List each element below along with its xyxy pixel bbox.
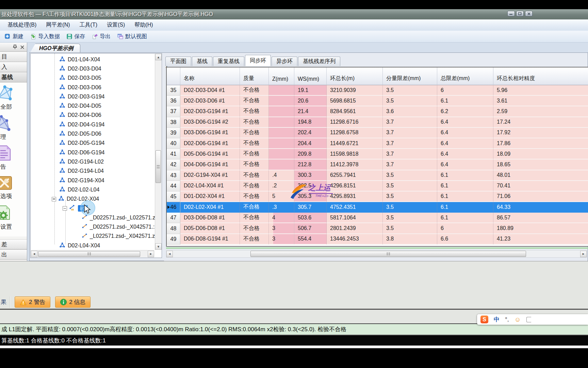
tree-item-D02-D06-G194[interactable]: D02-D06-G194 [31, 148, 154, 157]
column-header-rownum[interactable] [167, 67, 180, 85]
column-header-总限差(mm)[interactable]: 总限差(mm) [437, 67, 493, 85]
maximize-button[interactable] [516, 11, 524, 16]
table-horizontal-scrollbar[interactable]: ◄ ► [166, 250, 587, 258]
toolbar-button-新建[interactable]: 新建 [1, 31, 27, 42]
menu-item-基线处理B[interactable]: 基线处理(B) [3, 19, 41, 31]
dock-section-差[interactable]: 差 [0, 239, 27, 249]
column-header-WS(mm)[interactable]: WS(mm) [294, 67, 327, 85]
tree-item-D01-L04-X04[interactable]: D01-L04-X04 [31, 55, 154, 64]
column-header-名称[interactable]: 名称 [180, 67, 240, 85]
close-button[interactable] [525, 11, 533, 16]
result-tab-基线残差序列[interactable]: 基线残差序列 [298, 57, 340, 66]
collapse-toggle-icon[interactable] [63, 206, 67, 211]
dock-section-基线[interactable]: 基线 [0, 72, 27, 82]
toolbar-button-导出[interactable]: 导出 [88, 31, 114, 42]
toolbar-button-保存[interactable]: 保存 [63, 31, 88, 42]
menu-item-设置S[interactable]: 设置(S) [102, 19, 130, 31]
table-row-36[interactable]: 36D02-D03-D06 #1不合格20.65698.68153.56.13.… [167, 96, 588, 106]
column-header-分量限差(mm)[interactable]: 分量限差(mm) [383, 67, 437, 85]
dock-tool-理[interactable]: 理 [0, 115, 27, 145]
pin-icon[interactable] [13, 45, 17, 49]
column-header-质量[interactable]: 质量 [240, 67, 269, 85]
tree-item-D02-D04-D05[interactable]: D02-D04-D05 [31, 101, 154, 110]
dock-tool-全部[interactable]: 全部 [0, 85, 27, 115]
dock-section-出[interactable]: 出 [0, 249, 27, 260]
column-header-环总长(m)[interactable]: 环总长(m) [327, 67, 383, 85]
dock-tool-选项[interactable]: 选项 [0, 175, 27, 205]
table-hscroll-thumb[interactable] [250, 251, 526, 257]
table-row-39[interactable]: 39D03-D06-G194 #1不合格202.411298.67583.76.… [167, 128, 588, 138]
tree-item-D02-D03-D05[interactable]: D02-D03-D05 [31, 74, 154, 83]
scroll-down-icon[interactable]: ▼ [155, 243, 162, 250]
tree-horizontal-scrollbar[interactable]: ◄ ► [31, 250, 154, 257]
tree-item-label: D02-D04-D06 [68, 112, 101, 118]
dock-section-入[interactable]: 入 [0, 62, 27, 72]
tree-item-_D022571.zsd-_X042571.:[interactable]: _D022571.zsd-_X042571.: [31, 222, 154, 231]
ime-language-toggle[interactable]: 中 [494, 316, 500, 323]
sogou-logo-icon[interactable]: S [480, 316, 488, 323]
tree-item-D02-D04-D06[interactable]: D02-D04-D06 [31, 111, 154, 120]
table-row-40[interactable]: 40D02-D06-G194 #1不合格204.411449.67213.76.… [167, 138, 588, 149]
result-tab-同步环[interactable]: 同步环 [245, 55, 271, 66]
table-row-46[interactable]: 46D02-L02-X04 #1不合格.3305.74752.43513.56.… [167, 202, 588, 213]
tree-item-D02-D03-D04[interactable]: D02-D03-D04 [31, 64, 154, 73]
result-tab-平面图[interactable]: 平面图 [165, 57, 191, 66]
tree-item-D02-D03-D06[interactable]: D02-D03-D06 [31, 83, 154, 92]
ime-keyboard-icon[interactable] [526, 317, 531, 322]
tree-item-D02-D05-G194[interactable]: D02-D05-G194 [31, 139, 154, 148]
table-row-48[interactable]: 48D05-D06-D08 #1不合格3506.72801.24393.5618… [167, 223, 588, 234]
dock-tool-告[interactable]: 告 [0, 145, 27, 175]
ime-emoji-button[interactable]: ☺ [514, 316, 521, 323]
menu-item-帮助H[interactable]: 帮助(H) [130, 19, 158, 31]
column-header-环总长相对精度[interactable]: 环总长相对精度 [493, 67, 588, 85]
table-row-38[interactable]: 38D03-D06-G194 #2不合格194.811298.67163.76.… [167, 117, 588, 128]
info-toggle-button[interactable]: 2 信息 [55, 296, 91, 308]
tree-item-D02-D05-D06[interactable]: D02-D05-D06 [31, 129, 154, 138]
dock-section-目[interactable]: 目 [0, 52, 27, 62]
table-row-35[interactable]: 35D02-D03-D04 #1不合格19.13210.90393.565.96 [167, 85, 588, 96]
menu-item-工具T[interactable]: 工具(T) [75, 19, 102, 31]
scroll-left-icon[interactable]: ◄ [166, 251, 173, 257]
tree-item-D02-D04-G194[interactable]: D02-D04-G194 [31, 120, 154, 129]
result-tab-异步环[interactable]: 异步环 [272, 57, 297, 66]
scroll-right-icon[interactable]: ► [580, 251, 587, 257]
tree-item-#1[interactable]: #1 [31, 204, 154, 213]
column-header-Z(mm)[interactable]: Z(mm) [269, 67, 294, 85]
tree-item-D02-G194-L02[interactable]: D02-G194-L02 [31, 157, 154, 166]
result-tab-基线[interactable]: 基线 [192, 57, 212, 66]
document-tab[interactable]: HGO平差示例 [30, 44, 80, 53]
toolbar-button-导入数据[interactable]: 导入数据 [27, 31, 63, 42]
table-row-49[interactable]: 49D06-D08-G194 #1不合格3554.413446.24533.86… [167, 234, 588, 245]
result-tab-重复基线[interactable]: 重复基线 [213, 57, 244, 66]
scroll-right-icon[interactable]: ► [148, 251, 154, 257]
tree-item-D02-L02-L04[interactable]: D02-L02-L04 [31, 185, 154, 194]
warnings-toggle-button[interactable]: 2 警告 [15, 296, 50, 308]
menu-item-网平差N[interactable]: 网平差(N) [41, 19, 75, 31]
tree-item-_L022571.zsd-_X042571.z[interactable]: _L022571.zsd-_X042571.z [31, 232, 154, 241]
minimize-button[interactable] [507, 11, 515, 16]
scroll-up-icon[interactable]: ▲ [155, 54, 162, 60]
tree-item-D02-G194-L04[interactable]: D02-G194-L04 [31, 167, 154, 176]
table-row-45[interactable]: 45D01-D02-X04 #1不合格5305.34295.89313.56.1… [167, 191, 588, 202]
table-row-37[interactable]: 37D02-D03-G194 #1不合格21.48284.95613.66.22… [167, 106, 588, 117]
scroll-left-icon[interactable]: ◄ [31, 251, 37, 257]
table-row-42[interactable]: 42D04-D06-G194 #1不合格212.811412.39783.76.… [167, 159, 588, 170]
tree-item-D02-G194-X04[interactable]: D02-G194-X04 [31, 176, 154, 185]
quality: 不合格 [240, 181, 269, 191]
ime-punctuation-toggle[interactable]: °, [505, 316, 509, 323]
table-row-41[interactable]: 41D05-D06-G194 #1不合格209.811598.98183.76.… [167, 149, 588, 159]
tree-hscroll-thumb[interactable] [38, 251, 140, 257]
tree-item-D02-L04-X04[interactable]: D02-L04-X04 [31, 241, 154, 250]
tree-item-_D022571.zsd-_L022571.z[interactable]: _D022571.zsd-_L022571.z [31, 213, 154, 222]
table-row-44[interactable]: 44D02-L04-X04 #1不合格.2302.54296.81513.56.… [167, 181, 588, 191]
table-row-43[interactable]: 43D02-G194-X04 #1不合格.4300.36255.79413.56… [167, 170, 588, 181]
toolbar-button-默认视图[interactable]: 默认视图 [114, 31, 150, 42]
result-panel: 平面图基线重复基线同步环异步环基线残差序列 ▲ 名称质量Z(mm)WS(mm)环… [164, 53, 588, 261]
dock-tool-设置[interactable]: 设置 [0, 205, 27, 235]
tree-vertical-scrollbar[interactable]: ▲ ▼ [155, 54, 161, 250]
table-row-47[interactable]: 47D03-D06-D08 #1不合格4503.65817.10643.56.1… [167, 213, 588, 223]
tree-vscroll-thumb[interactable] [156, 150, 161, 183]
collapse-toggle-icon[interactable] [52, 197, 56, 201]
tree-item-D02-D03-G194[interactable]: D02-D03-G194 [31, 92, 154, 101]
dock-close-icon[interactable] [20, 45, 24, 49]
